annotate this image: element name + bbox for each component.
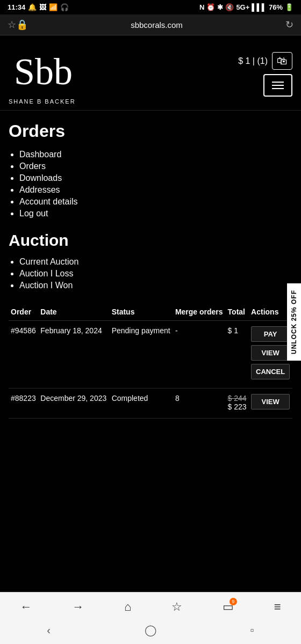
nav-item-downloads[interactable]: Downloads bbox=[19, 173, 292, 183]
account-nav-list: Dashboard Orders Downloads Addresses Acc… bbox=[9, 150, 292, 218]
tabs-badge: 9 bbox=[230, 598, 237, 605]
tabs-button[interactable]: ▭ 9 bbox=[217, 598, 239, 616]
menu-line-3 bbox=[272, 88, 284, 89]
refresh-icon[interactable]: ↻ bbox=[285, 19, 293, 31]
nav-item-current-auction[interactable]: Current Auction bbox=[19, 257, 292, 267]
order-number-1: #94586 bbox=[9, 321, 38, 389]
col-actions: Actions bbox=[249, 303, 292, 321]
order-number-2: #88223 bbox=[9, 389, 38, 419]
order-total-1: $ 1 bbox=[226, 321, 249, 389]
bottom-nav: ← → ⌂ ☆ ▭ 9 ≡ ‹ ◯ ▫ bbox=[0, 592, 301, 644]
col-order: Order bbox=[9, 303, 38, 321]
col-date: Date bbox=[38, 303, 109, 321]
main-content: Orders Dashboard Orders Downloads Addres… bbox=[0, 111, 301, 429]
browser-bar: ☆ 🔒 sbbcorals.com ↻ bbox=[0, 14, 301, 35]
order-total-2: $ 244 $ 223 bbox=[226, 389, 249, 419]
lock-icon: 🔒 bbox=[16, 19, 28, 31]
android-nav-row: ‹ ◯ ▫ bbox=[0, 618, 301, 644]
home-button[interactable]: ⌂ bbox=[119, 598, 137, 616]
nav-item-addresses[interactable]: Addresses bbox=[19, 185, 292, 195]
photo-icon: 🖼 bbox=[39, 3, 46, 11]
view-button-1[interactable]: VIEW bbox=[251, 345, 290, 361]
nav-link-auction-loss[interactable]: Auction I Loss bbox=[19, 269, 74, 278]
android-recents-button[interactable]: ▫ bbox=[245, 622, 260, 639]
order-total-strike-2: $ 244 bbox=[228, 394, 247, 402]
nav-link-dashboard[interactable]: Dashboard bbox=[19, 150, 61, 159]
time-display: 11:34 bbox=[8, 3, 25, 11]
star-icon[interactable]: ☆ bbox=[8, 19, 16, 31]
site-header: Sbb SHANE B BACKER $ 1 | (1) 🛍 bbox=[0, 35, 301, 111]
bell-icon: 🔔 bbox=[28, 3, 37, 11]
order-merge-2: 8 bbox=[173, 389, 226, 419]
view-button-2[interactable]: VIEW bbox=[251, 394, 290, 409]
nav-link-auction-won[interactable]: Auction I Won bbox=[19, 281, 73, 290]
order-date-2: December 29, 2023 bbox=[38, 389, 109, 419]
battery-icon: 🔋 bbox=[285, 3, 293, 11]
menu-line-2 bbox=[272, 85, 284, 86]
wifi-icon: 📶 bbox=[49, 3, 58, 11]
order-actions-1: PAY VIEW CANCEL bbox=[249, 321, 292, 389]
cart-total: $ 1 | (1) bbox=[238, 56, 268, 66]
nav-link-current-auction[interactable]: Current Auction bbox=[19, 257, 78, 266]
headset-icon: 🎧 bbox=[60, 3, 69, 11]
cancel-button[interactable]: CANCEL bbox=[251, 364, 290, 379]
table-row: #88223 December 29, 2023 Completed 8 $ 2… bbox=[9, 389, 292, 419]
pay-button[interactable]: PAY bbox=[251, 326, 290, 342]
order-actions-2: VIEW bbox=[249, 389, 292, 419]
nav-item-logout[interactable]: Log out bbox=[19, 209, 292, 218]
signal-bars: ▌▌▌ bbox=[252, 3, 267, 11]
auction-section-title: Auction bbox=[9, 231, 292, 250]
menu-line-1 bbox=[272, 82, 284, 83]
forward-button[interactable]: → bbox=[67, 598, 89, 616]
bluetooth-icon: ✱ bbox=[217, 3, 223, 11]
order-merge-1: - bbox=[173, 321, 226, 389]
logo-text: Sbb bbox=[9, 44, 105, 97]
col-merge: Merge orders bbox=[173, 303, 226, 321]
bookmark-button[interactable]: ☆ bbox=[166, 598, 188, 616]
nav-link-addresses[interactable]: Addresses bbox=[19, 185, 60, 194]
battery-text: 76% bbox=[269, 3, 283, 11]
status-bar: 11:34 🔔 🖼 📶 🎧 N ⏰ ✱ 🔇 5G+ ▌▌▌ 76% 🔋 bbox=[0, 0, 301, 14]
mute-icon: 🔇 bbox=[225, 3, 234, 11]
table-header-row: Order Date Status Merge orders Total Act… bbox=[9, 303, 292, 321]
nav-item-dashboard[interactable]: Dashboard bbox=[19, 150, 292, 159]
orders-table: Order Date Status Merge orders Total Act… bbox=[9, 303, 292, 419]
status-right-icons: N ⏰ ✱ 🔇 5G+ ▌▌▌ 76% 🔋 bbox=[199, 3, 293, 11]
svg-text:Sbb: Sbb bbox=[14, 51, 73, 92]
order-date-1: February 18, 2024 bbox=[38, 321, 109, 389]
col-total: Total bbox=[226, 303, 249, 321]
alarm-icon: ⏰ bbox=[206, 3, 215, 11]
back-button[interactable]: ← bbox=[15, 598, 37, 616]
unlock-banner[interactable]: UNLOCK 25% OFF bbox=[287, 283, 301, 361]
cart-button[interactable]: 🛍 bbox=[272, 52, 292, 70]
url-display[interactable]: sbbcorals.com bbox=[28, 20, 285, 30]
nav-item-auction-loss[interactable]: Auction I Loss bbox=[19, 269, 292, 279]
status-time: 11:34 🔔 🖼 📶 🎧 bbox=[8, 3, 69, 11]
table-row: #94586 February 18, 2024 Pending payment… bbox=[9, 321, 292, 389]
hamburger-menu-button[interactable] bbox=[263, 74, 292, 97]
col-status: Status bbox=[110, 303, 173, 321]
more-menu-button[interactable]: ≡ bbox=[269, 598, 286, 616]
nfc-icon: N bbox=[199, 3, 204, 11]
logo-area: Sbb SHANE B BACKER bbox=[9, 44, 105, 105]
nav-link-orders[interactable]: Orders bbox=[19, 162, 46, 171]
nav-link-downloads[interactable]: Downloads bbox=[19, 173, 62, 182]
header-right: $ 1 | (1) 🛍 bbox=[238, 52, 292, 97]
signal-text: 5G+ bbox=[236, 3, 249, 11]
logo-subtitle: SHANE B BACKER bbox=[9, 98, 105, 105]
nav-link-logout[interactable]: Log out bbox=[19, 209, 48, 218]
android-back-button[interactable]: ‹ bbox=[41, 622, 56, 639]
android-home-button[interactable]: ◯ bbox=[139, 621, 162, 639]
order-total-final-2: $ 223 bbox=[228, 402, 247, 411]
order-status-1: Pending payment bbox=[110, 321, 173, 389]
page-title: Orders bbox=[9, 121, 292, 141]
browser-nav-buttons: ← → ⌂ ☆ ▭ 9 ≡ bbox=[0, 592, 301, 618]
auction-nav-list: Current Auction Auction I Loss Auction I… bbox=[9, 257, 292, 290]
order-status-2: Completed bbox=[110, 389, 173, 419]
nav-link-account-details[interactable]: Account details bbox=[19, 197, 78, 206]
nav-item-account-details[interactable]: Account details bbox=[19, 197, 292, 207]
nav-item-orders[interactable]: Orders bbox=[19, 162, 292, 171]
nav-item-auction-won[interactable]: Auction I Won bbox=[19, 281, 292, 290]
